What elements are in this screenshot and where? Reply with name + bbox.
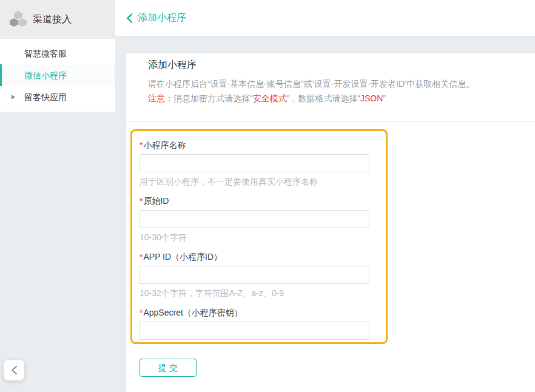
sidebar-title: 渠道接入 bbox=[33, 13, 72, 26]
miniprogram-name-input[interactable] bbox=[140, 154, 369, 172]
sidebar: 渠道接入 智慧微客服 微信小程序 留客快应用 bbox=[0, 0, 115, 392]
field-label-text: APP ID（小程序ID） bbox=[143, 252, 222, 262]
required-asterisk: * bbox=[140, 196, 143, 206]
original-id-input[interactable] bbox=[140, 210, 369, 228]
chevron-left-icon bbox=[126, 13, 133, 23]
sidebar-item-label: 留客快应用 bbox=[24, 92, 67, 102]
hexagon-cluster-icon bbox=[10, 11, 27, 28]
form-highlight-box: *小程序名称 用于区别小程序，不一定要使用真实小程序名称 *原始ID 10-30… bbox=[130, 129, 388, 344]
sidebar-item-wechat-miniprogram[interactable]: 微信小程序 bbox=[0, 64, 115, 86]
field-label: *APP ID（小程序ID） bbox=[140, 252, 386, 262]
sidebar-item-quickapp[interactable]: 留客快应用 bbox=[0, 86, 115, 108]
card-header: 添加小程序 请在小程序后台“设置-基本信息-账号信息”或‘设置-开发设置-开发者… bbox=[126, 53, 535, 104]
triangle-right-icon bbox=[12, 95, 15, 100]
sidebar-item-smart-wechat-service[interactable]: 智慧微客服 bbox=[0, 42, 115, 64]
field-label: *小程序名称 bbox=[140, 140, 386, 150]
field-label: *AppSecret（小程序密钥） bbox=[140, 308, 386, 317]
add-miniprogram-card: 添加小程序 请在小程序后台“设置-基本信息-账号信息”或‘设置-开发设置-开发者… bbox=[126, 53, 535, 392]
note-prefix: 注意： bbox=[148, 93, 173, 103]
card-note: 注意：消息加密方式请选择“安全模式”，数据格式请选择“JSON” bbox=[148, 92, 513, 104]
required-asterisk: * bbox=[140, 252, 143, 262]
field-label: *原始ID bbox=[140, 196, 386, 206]
field-app-secret: *AppSecret（小程序密钥） bbox=[140, 308, 386, 340]
field-label-text: AppSecret（小程序密钥） bbox=[143, 308, 242, 317]
card-description: 请在小程序后台“设置-基本信息-账号信息”或‘设置-开发设置-开发者ID’中获取… bbox=[148, 78, 513, 90]
back-link[interactable]: 添加小程序 bbox=[126, 12, 186, 24]
sidebar-item-label: 智慧微客服 bbox=[24, 49, 67, 58]
chevron-left-icon bbox=[11, 365, 18, 375]
sidebar-header: 渠道接入 bbox=[0, 0, 115, 39]
sidebar-collapse-button[interactable] bbox=[4, 360, 24, 380]
note-highlight-json: JSON bbox=[360, 93, 383, 103]
field-miniprogram-name: *小程序名称 用于区别小程序，不一定要使用真实小程序名称 bbox=[140, 140, 386, 186]
main-area: 添加小程序 添加小程序 请在小程序后台“设置-基本信息-账号信息”或‘设置-开发… bbox=[115, 0, 535, 392]
note-text: ”，数据格式请选择“ bbox=[287, 93, 360, 103]
submit-button[interactable]: 提 交 bbox=[140, 359, 197, 377]
note-text: 消息加密方式请选择“ bbox=[173, 93, 253, 103]
field-hint: 10-32个字符，字符范围A-Z、a-z、0-9 bbox=[140, 288, 386, 298]
sidebar-menu: 智慧微客服 微信小程序 留客快应用 bbox=[0, 39, 115, 112]
note-text: ” bbox=[383, 93, 386, 103]
topbar: 添加小程序 bbox=[115, 0, 535, 36]
field-label-text: 小程序名称 bbox=[143, 140, 186, 150]
field-label-text: 原始ID bbox=[143, 196, 169, 206]
card-title: 添加小程序 bbox=[148, 58, 513, 72]
field-hint: 用于区别小程序，不一定要使用真实小程序名称 bbox=[140, 177, 386, 186]
app-id-input[interactable] bbox=[140, 266, 369, 284]
required-asterisk: * bbox=[140, 308, 143, 317]
required-asterisk: * bbox=[140, 140, 143, 150]
field-hint: 10-30个字符 bbox=[140, 232, 386, 242]
sidebar-item-label: 微信小程序 bbox=[24, 70, 67, 80]
form-area: *小程序名称 用于区别小程序，不一定要使用真实小程序名称 *原始ID 10-30… bbox=[126, 122, 535, 377]
note-highlight-secure-mode: 安全模式 bbox=[253, 93, 287, 103]
field-app-id: *APP ID（小程序ID） 10-32个字符，字符范围A-Z、a-z、0-9 bbox=[140, 252, 386, 298]
app-secret-input[interactable] bbox=[140, 322, 369, 340]
back-link-label: 添加小程序 bbox=[138, 12, 186, 24]
field-original-id: *原始ID 10-30个字符 bbox=[140, 196, 386, 242]
